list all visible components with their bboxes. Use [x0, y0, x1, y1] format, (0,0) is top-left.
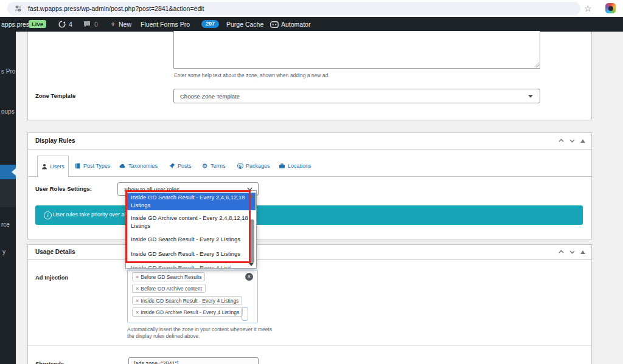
scroll-down-icon[interactable] [249, 263, 254, 266]
open-submenu-block [0, 179, 16, 207]
wp-admin-menu: s Pro oups rce y [0, 32, 16, 364]
comments-count[interactable]: 0 [94, 17, 98, 32]
selected-tag: ×Inside GD Archive Result - Every 4 List… [132, 307, 243, 317]
zone-help-description: Enter some help text about the zone, sho… [174, 72, 330, 79]
shortcode-input[interactable]: [ads zone="2841"] [128, 357, 259, 364]
usage-details-panel: Usage Details Ad Injection × ×Before GD … [27, 244, 592, 364]
dropdown-option[interactable]: Inside GD Archive content - Every 2,4,8,… [126, 213, 256, 231]
zone-template-label: Zone Template [35, 92, 75, 99]
tab-bar-border [28, 176, 591, 177]
plus-icon[interactable]: + [111, 17, 116, 32]
tab-posts[interactable]: Posts [169, 162, 192, 169]
menu-item-fragment[interactable]: oups [1, 108, 15, 115]
scrollbar-thumb[interactable] [250, 219, 254, 263]
selected-tag: ×Before GD Search Results [132, 272, 205, 281]
current-menu-item[interactable] [0, 165, 16, 179]
comments-icon[interactable] [83, 21, 91, 28]
tag-remove-icon[interactable]: × [136, 309, 139, 315]
dropdown-option[interactable]: Inside GD Search Result - Every 3 Listin… [126, 249, 256, 259]
panel-title: Display Rules [35, 137, 75, 144]
move-up-icon[interactable] [559, 249, 564, 255]
new-menu-item[interactable]: New [119, 17, 131, 32]
collapse-panel-icon[interactable] [580, 250, 585, 254]
ad-injection-label: Ad Injection [35, 274, 68, 281]
zone-help-textarea[interactable] [173, 31, 540, 69]
dropdown-option-partial[interactable]: Inside GD Search Result - Every 4 Listi [126, 263, 256, 269]
zone-template-value: Choose Zone Template [180, 93, 240, 100]
tab-label: Post Types [83, 163, 110, 169]
dollar-icon: $ [237, 162, 243, 169]
extension-icon-center [608, 6, 613, 11]
scroll-up-icon[interactable] [249, 194, 254, 197]
site-info-icon[interactable] [15, 5, 22, 12]
tab-label: Packages [246, 163, 270, 169]
tab-label: Posts [178, 163, 192, 169]
tab-locations[interactable]: Locations [279, 162, 312, 169]
tag-remove-icon[interactable]: × [136, 298, 139, 304]
screen: fast.wpapps.press/wp-admin/post.php?post… [0, 0, 623, 364]
menu-item-fragment[interactable]: s Pro [1, 68, 15, 75]
panel-title: Usage Details [35, 249, 75, 255]
resize-handle-icon[interactable] [534, 62, 539, 67]
tab-label: Users [50, 163, 64, 170]
purge-cache-menu-item[interactable]: Purge Cache [226, 17, 263, 32]
bookmark-star-icon[interactable]: ☆ [584, 2, 592, 15]
collapse-panel-icon[interactable] [580, 139, 585, 143]
tab-post-types[interactable]: Post Types [74, 162, 110, 169]
selected-tag: ×Inside GD Search Result - Every 4 Listi… [132, 296, 242, 305]
tag-remove-icon[interactable]: × [136, 274, 139, 280]
zone-settings-panel: Enter some help text about the zone, sho… [27, 32, 592, 120]
dropdown-option-selected[interactable]: Inside GD Search Result - Every 2,4,8,12… [126, 193, 256, 210]
move-up-icon[interactable] [559, 138, 564, 143]
live-badge[interactable]: Live [29, 20, 46, 28]
updates-icon[interactable] [58, 21, 66, 28]
fluent-forms-menu-item[interactable]: Fluent Forms Pro [141, 17, 190, 32]
briefcase-icon [279, 162, 285, 169]
tab-taxonomies[interactable]: Taxonomies [119, 162, 158, 169]
tab-terms[interactable]: ⚙ Terms [201, 162, 226, 169]
zone-template-select[interactable]: Choose Zone Template [173, 89, 540, 103]
display-rules-header: Display Rules [28, 133, 591, 149]
fluent-forms-badge: 207 [201, 20, 219, 28]
automator-menu-item[interactable]: Automator [281, 17, 310, 32]
clear-selection-icon[interactable]: × [245, 273, 253, 281]
cloud-icon [119, 162, 126, 169]
usage-details-header: Usage Details [28, 245, 591, 260]
wp-admin-bar: apps.press Live 4 0 + New Fluent Forms P… [0, 17, 623, 32]
menu-item-fragment[interactable]: y [2, 249, 5, 255]
book-icon [74, 162, 81, 169]
display-rules-tabs: Users Post Types Taxonomies Posts [28, 149, 591, 177]
ad-injection-multiselect[interactable]: × ×Before GD Search Results ×Before GD A… [127, 270, 258, 323]
pin-icon [169, 162, 175, 169]
site-name-fragment[interactable]: apps.press [1, 17, 32, 32]
tab-packages[interactable]: $ Packages [237, 162, 270, 169]
updates-count[interactable]: 4 [69, 17, 72, 32]
display-rules-panel: Display Rules Users Post Types [27, 132, 592, 239]
tag-remove-icon[interactable]: × [136, 286, 139, 292]
ad-injection-help: Automatically insert the zone in your co… [127, 326, 272, 340]
tab-label: Locations [288, 163, 312, 169]
address-bar[interactable]: fast.wpapps.press/wp-admin/post.php?post… [7, 2, 580, 15]
user-rules-notice: i User rules take priority over all o [35, 205, 583, 225]
row-divider [28, 345, 591, 346]
gear-icon: ⚙ [201, 162, 208, 169]
shortcode-label: Shortcode [35, 360, 64, 364]
url-text: fast.wpapps.press/wp-admin/post.php?post… [28, 5, 204, 12]
tag-input-caret[interactable] [242, 307, 248, 321]
selected-tag: ×Before GD Archive content [132, 284, 206, 293]
dropdown-option[interactable]: Inside GD Search Result - Every 2 Listin… [126, 235, 256, 244]
move-down-icon[interactable] [569, 249, 575, 255]
automator-icon[interactable] [270, 21, 279, 28]
current-menu-arrow [12, 168, 16, 176]
tab-users[interactable]: Users [37, 156, 69, 177]
users-icon [41, 163, 47, 170]
user-roles-open-dropdown: Inside GD Search Result - Every 2,4,8,12… [125, 190, 257, 269]
move-down-icon[interactable] [569, 138, 575, 143]
notice-text: User rules take priority over all o [53, 211, 131, 218]
user-roles-label: User Roles Settings: [35, 185, 92, 192]
menu-item-fragment[interactable]: rce [1, 221, 10, 228]
info-icon: i [44, 211, 52, 219]
chevron-down-icon [528, 95, 533, 98]
tab-label: Terms [211, 163, 226, 169]
extension-icon[interactable] [605, 3, 616, 13]
